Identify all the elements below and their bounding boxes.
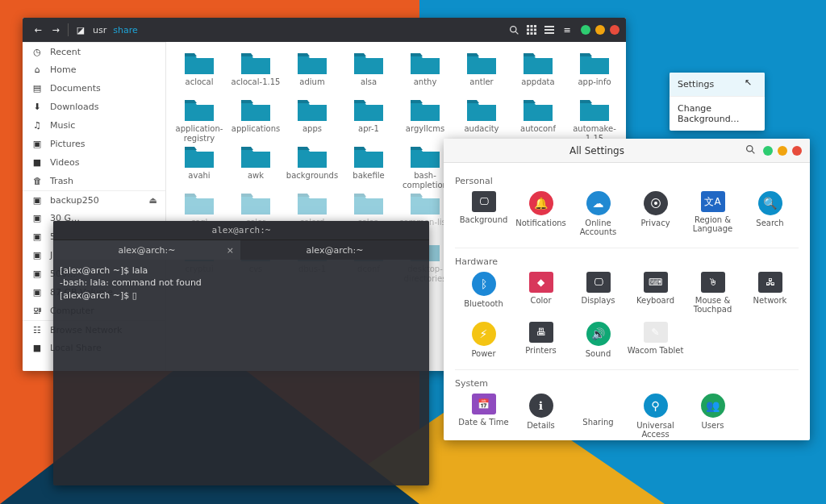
folder-apr-1[interactable]: apr-1	[340, 97, 397, 144]
settings-date-time[interactable]: 📅Date & Time	[455, 394, 512, 439]
settings-notifications[interactable]: 🔔Notifications	[512, 191, 569, 236]
settings-users[interactable]: 👥Users	[684, 394, 741, 439]
folder-alsa[interactable]: alsa	[340, 50, 397, 97]
folder-automake-1-15[interactable]: automake-1.15	[566, 97, 623, 144]
grid-view-icon[interactable]	[523, 21, 540, 39]
folder-label: antler	[469, 77, 493, 97]
settings-icon: 🖵	[586, 272, 611, 293]
settings-sound[interactable]: 🔊Sound	[569, 322, 627, 358]
section-hardware-label: Hardware	[455, 256, 799, 267]
folder-label: anthy	[414, 77, 437, 97]
settings-icon: ℹ	[529, 394, 553, 418]
folder-backgrounds[interactable]: backgrounds	[284, 144, 340, 190]
settings-network[interactable]: 🖧Network	[741, 272, 799, 314]
settings-printers[interactable]: 🖶Printers	[512, 322, 569, 358]
folder-appdata[interactable]: appdata	[510, 50, 566, 97]
settings-power[interactable]: ⚡Power	[455, 322, 512, 358]
breadcrumb-current[interactable]: share	[110, 25, 141, 35]
settings-region-language[interactable]: 文ARegion & Language	[684, 191, 741, 236]
svg-line-1	[515, 31, 518, 34]
window-minimize[interactable]	[763, 146, 773, 156]
svg-rect-10	[534, 32, 536, 35]
sidebar-item-label: Music	[44, 120, 157, 131]
context-change-background[interactable]: Change Background…	[670, 97, 765, 131]
settings-icon-label: Online Accounts	[569, 219, 627, 236]
menu-icon[interactable]: ≡	[558, 21, 576, 39]
sidebar-icon: ■	[31, 343, 44, 353]
svg-rect-8	[527, 32, 529, 35]
settings-icon: ☁	[586, 191, 611, 215]
settings-icon-label: Sharing	[582, 418, 613, 427]
folder-autoconf[interactable]: autoconf	[510, 97, 566, 144]
terminal-tab-0[interactable]: alex@arch:~ ×	[53, 240, 241, 260]
disk-icon[interactable]: ◪	[72, 21, 90, 39]
sidebar-icon: 🖳	[31, 306, 44, 316]
folder-apps[interactable]: apps	[284, 97, 340, 144]
terminal-content[interactable]: [alex@arch ~]$ lala -bash: lala: command…	[53, 260, 429, 306]
folder-bakefile[interactable]: bakefile	[340, 144, 397, 190]
settings-bluetooth[interactable]: ᛒBluetooth	[455, 272, 512, 314]
sidebar-item-music[interactable]: ♫Music	[23, 116, 165, 135]
sidebar-item-recent[interactable]: ◷Recent	[23, 42, 165, 60]
back-button[interactable]: ←	[29, 21, 47, 39]
tab-close-icon[interactable]: ×	[227, 245, 234, 256]
window-close[interactable]	[792, 146, 802, 156]
settings-mouse-touchpad[interactable]: 🖰Mouse & Touchpad	[684, 272, 741, 314]
sidebar-item-home[interactable]: ⌂Home	[23, 60, 165, 79]
window-maximize[interactable]	[595, 25, 605, 35]
sidebar-icon: ▣	[31, 213, 44, 223]
settings-keyboard[interactable]: ⌨Keyboard	[627, 272, 684, 314]
context-item-label: Settings	[678, 79, 714, 90]
search-icon[interactable]	[742, 144, 758, 157]
settings-icon-label: Power	[471, 349, 495, 358]
settings-icon: ◆	[529, 272, 553, 293]
folder-aclocal-1-15[interactable]: aclocal-1.15	[227, 50, 284, 97]
svg-rect-11	[544, 26, 554, 27]
search-icon[interactable]	[505, 21, 523, 39]
list-view-icon[interactable]	[540, 21, 558, 39]
sidebar-item-downloads[interactable]: ⬇Downloads	[23, 98, 165, 116]
settings-privacy[interactable]: ⦿Privacy	[627, 191, 684, 236]
settings-background[interactable]: 🖵Background	[455, 191, 512, 236]
sidebar-item-documents[interactable]: ▤Documents	[23, 79, 165, 98]
svg-rect-13	[544, 32, 554, 34]
settings-online-accounts[interactable]: ☁Online Accounts	[569, 191, 627, 236]
settings-displays[interactable]: 🖵Displays	[569, 272, 627, 314]
window-close[interactable]	[610, 25, 620, 35]
folder-antler[interactable]: antler	[453, 50, 510, 97]
settings-sharing[interactable]: ␥Sharing	[569, 394, 627, 439]
context-settings[interactable]: Settings ↖	[670, 73, 765, 96]
folder-argyllcms[interactable]: argyllcms	[397, 97, 453, 144]
folder-avahi[interactable]: avahi	[171, 144, 227, 190]
terminal-tabs: alex@arch:~ × alex@arch:~	[53, 240, 429, 260]
settings-universal-access[interactable]: ⚲Universal Access	[627, 394, 684, 439]
folder-awk[interactable]: awk	[227, 144, 284, 190]
sidebar-item-videos[interactable]: ■Videos	[23, 153, 165, 172]
folder-anthy[interactable]: anthy	[397, 50, 453, 97]
folder-app-info[interactable]: app-info	[566, 50, 623, 97]
sidebar-item-backup250[interactable]: ▣backup250⏏	[23, 190, 165, 209]
svg-rect-5	[527, 29, 529, 31]
settings-search[interactable]: 🔍Search	[741, 191, 799, 236]
sidebar-icon: ▣	[31, 287, 44, 298]
settings-icon-label: Sound	[586, 349, 611, 358]
breadcrumb-root[interactable]: usr	[90, 25, 110, 35]
folder-application-registry[interactable]: application-registry	[171, 97, 227, 144]
sidebar-item-pictures[interactable]: ▣Pictures	[23, 135, 165, 153]
folder-audacity[interactable]: audacity	[453, 97, 510, 144]
settings-wacom-tablet[interactable]: ✎Wacom Tablet	[627, 322, 684, 358]
sidebar-item-trash[interactable]: 🗑Trash	[23, 172, 165, 190]
folder-label: adium	[299, 77, 324, 97]
settings-details[interactable]: ℹDetails	[512, 394, 569, 439]
forward-button[interactable]: →	[47, 21, 65, 39]
settings-color[interactable]: ◆Color	[512, 272, 569, 314]
folder-aclocal[interactable]: aclocal	[171, 50, 227, 97]
folder-label: aclocal-1.15	[232, 77, 281, 97]
folder-adium[interactable]: adium	[284, 50, 340, 97]
eject-icon[interactable]: ⏏	[149, 195, 157, 206]
folder-applications[interactable]: applications	[227, 97, 284, 144]
window-maximize[interactable]	[778, 146, 787, 156]
terminal-tab-1[interactable]: alex@arch:~	[241, 240, 429, 260]
sidebar-icon: ☷	[31, 325, 44, 335]
window-minimize[interactable]	[581, 25, 590, 35]
